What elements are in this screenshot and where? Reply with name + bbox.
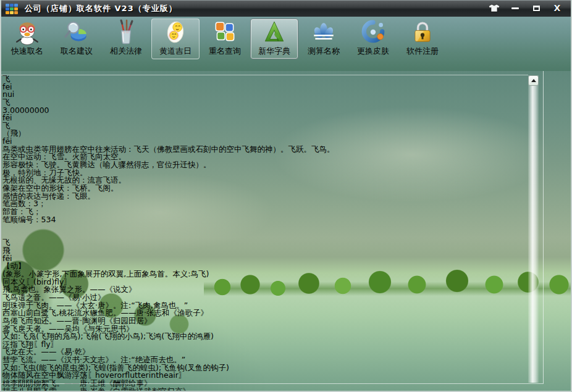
textarea-top-border bbox=[1, 75, 528, 75]
app-icon bbox=[5, 2, 19, 15]
window-controls: X bbox=[487, 2, 565, 14]
dictionary-text: 飞feinui飞3.00000000fēi飞（飛）fēi鸟类或虫类等用翅膀在空中… bbox=[2, 75, 524, 392]
magnifier-pie-icon bbox=[63, 19, 90, 45]
toolbar-button-software-registration[interactable]: 软件注册 bbox=[398, 19, 447, 59]
textarea-bottom-border bbox=[1, 383, 544, 384]
dict-line: 又如:飞凫(飞翔的凫鸟);飞翰(飞翔的小鸟);飞鸿(飞翔中的鸿雁) bbox=[2, 333, 524, 341]
color-grid-icon bbox=[211, 19, 238, 45]
dict-line: 飞 bbox=[2, 75, 524, 83]
swirl-icon bbox=[360, 19, 387, 45]
scrollbar-track[interactable] bbox=[528, 75, 539, 383]
shirt-icon bbox=[488, 4, 500, 12]
dict-line: fēi bbox=[2, 255, 524, 263]
dict-line: (象形。小篆字形,下面象展开的双翼,上面象鸟首。本义:鸟飞) bbox=[2, 270, 524, 278]
dict-line: 飞 bbox=[2, 122, 524, 130]
dict-line bbox=[2, 231, 524, 240]
toolbar-button-quick-naming[interactable]: 快速取名 bbox=[3, 19, 51, 59]
content-area: 飞feinui飞3.00000000fēi飞（飛）fēi鸟类或虫类等用翅膀在空中… bbox=[0, 71, 572, 392]
toolbar-button-calculate-name[interactable]: 测算名称 bbox=[300, 19, 348, 59]
dict-line: 飞 bbox=[2, 239, 524, 247]
toolbar-button-label: 取名建议 bbox=[61, 46, 93, 57]
change-skin-button[interactable] bbox=[487, 2, 502, 14]
close-button[interactable]: X bbox=[550, 2, 565, 14]
toolbar-button-label: 黄道吉日 bbox=[159, 46, 191, 57]
dict-line bbox=[2, 223, 524, 231]
maximize-icon bbox=[533, 6, 540, 11]
toolbar-button-label: 相关法律 bbox=[110, 46, 142, 57]
toolbar-button-auspicious-day[interactable]: 黄道吉日 bbox=[151, 19, 200, 59]
dict-line: 飞 bbox=[2, 99, 524, 107]
toolbar-button-naming-advice[interactable]: 取名建议 bbox=[53, 19, 101, 59]
minimize-button[interactable] bbox=[508, 2, 523, 14]
toolbar: 快速取名 取名建议 bbox=[0, 17, 572, 71]
toolbar-button-label: 新华字典 bbox=[258, 46, 290, 57]
dict-line: 笔画数：3； bbox=[2, 200, 524, 208]
dict-line: 部首：飞； bbox=[2, 208, 524, 216]
toolbar-button-related-laws[interactable]: 相关法律 bbox=[102, 19, 150, 59]
dict-line: 笔顺编号：534 bbox=[2, 216, 524, 224]
toolbar-button-duplicate-name-query[interactable]: 重名查询 bbox=[201, 19, 249, 59]
close-icon: X bbox=[554, 4, 561, 12]
toolbar-button-label: 更换皮肤 bbox=[357, 46, 389, 57]
dict-line: 3.00000000 bbox=[2, 107, 524, 115]
dict-line: nui bbox=[2, 91, 524, 99]
window-border-left bbox=[0, 0, 1, 392]
penguin-icon bbox=[14, 19, 41, 45]
maximize-button[interactable] bbox=[529, 2, 544, 14]
scroll-up-button[interactable] bbox=[528, 75, 539, 86]
brush-cup-icon bbox=[112, 19, 140, 45]
window-title: 公司（店铺）取名软件 V23（专业版） bbox=[25, 3, 177, 14]
minimize-icon bbox=[511, 7, 519, 9]
panel-border-right bbox=[543, 71, 544, 383]
toolbar-button-label: 快速取名 bbox=[11, 46, 43, 57]
app-window: 公司（店铺）取名软件 V23（专业版） X bbox=[0, 0, 572, 392]
vertical-scrollbar[interactable] bbox=[528, 75, 539, 383]
padlock-icon bbox=[409, 19, 436, 45]
toolbar-button-label: 测算名称 bbox=[308, 46, 340, 57]
dict-line: fei bbox=[2, 83, 524, 91]
toolbar-button-change-skin[interactable]: 更换皮肤 bbox=[349, 19, 397, 59]
dict-line: 感情的表达与传递：飞眼。 bbox=[2, 193, 524, 201]
dict-line: （飛） bbox=[2, 130, 524, 138]
toolbar-button-label: 软件注册 bbox=[406, 46, 439, 57]
green-leaf-icon bbox=[261, 19, 288, 45]
toolbar-button-label: 重名查询 bbox=[209, 46, 241, 57]
triangle-up-icon bbox=[531, 79, 536, 82]
dict-line: 飛 bbox=[2, 247, 524, 255]
toolbar-button-xinhua-dictionary[interactable]: 新华字典 bbox=[250, 19, 298, 59]
titlebar: 公司（店铺）取名软件 V23（专业版） X bbox=[0, 0, 572, 17]
trefoil-icon bbox=[310, 19, 337, 45]
dict-line: fēi bbox=[2, 114, 524, 122]
smiley-eggs-icon bbox=[162, 19, 189, 45]
